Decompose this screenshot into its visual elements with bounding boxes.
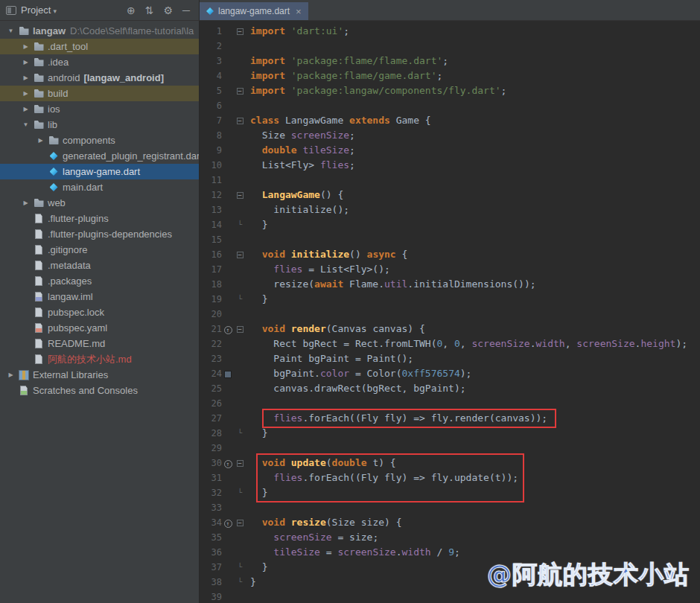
fold-end-icon[interactable]: └	[234, 578, 246, 586]
code-line-20[interactable]: 20	[200, 307, 700, 322]
code-line-12[interactable]: 12− LangawGame() {	[200, 188, 700, 202]
code-line-26[interactable]: 26	[200, 396, 700, 411]
code-line-35[interactable]: 35 screenSize = size;	[200, 530, 700, 545]
code-line-15[interactable]: 15	[200, 232, 700, 247]
collapse-arrow-icon[interactable]: ▶	[19, 59, 32, 66]
tree-item-web[interactable]: ▶web	[0, 195, 199, 211]
tree-item-langaw-root[interactable]: ▼langawD:\Code\Self\flame-tutorial\la	[0, 23, 199, 39]
tree-item-lib[interactable]: ▼lib	[0, 117, 199, 133]
code-line-18[interactable]: 18 resize(await Flame.util.initialDimens…	[200, 277, 700, 292]
hide-panel-icon[interactable]: ─	[182, 5, 190, 16]
fold-end-icon[interactable]: └	[234, 221, 246, 229]
fold-collapse-icon[interactable]: −	[234, 459, 246, 467]
tree-item-ahang-md[interactable]: 阿航的技术小站.md	[0, 351, 199, 367]
code-line-14[interactable]: 14└ }	[200, 217, 700, 232]
code-line-21[interactable]: 21↑− void render(Canvas canvas) {	[200, 322, 700, 336]
settings-gear-icon[interactable]: ⚙	[164, 5, 174, 16]
collapse-arrow-icon[interactable]: ▶	[19, 74, 32, 81]
collapse-arrow-icon[interactable]: ▶	[19, 106, 32, 112]
code-line-19[interactable]: 19└ }	[200, 292, 700, 307]
project-view-dropdown[interactable]: Project▾	[21, 4, 57, 16]
code-line-1[interactable]: 1−import 'dart:ui';	[200, 24, 700, 39]
code-line-24[interactable]: 24 bgPaint.color = Color(0xff576574);	[200, 366, 700, 381]
tree-item-flutter-plugins[interactable]: .flutter-plugins	[0, 211, 199, 226]
code-line-30[interactable]: 30↑− void update(double t) {	[200, 456, 700, 470]
collapse-arrow-icon[interactable]: ▶	[4, 371, 17, 378]
tree-item-dart-tool[interactable]: ▶.dart_tool	[0, 39, 199, 54]
tree-item-gitignore[interactable]: .gitignore	[0, 242, 199, 258]
collapse-arrow-icon[interactable]: ▶	[19, 43, 32, 50]
fold-collapse-icon[interactable]: −	[234, 251, 246, 258]
fold-collapse-icon[interactable]: −	[234, 191, 246, 199]
expand-arrow-icon[interactable]: ▼	[19, 121, 32, 128]
tree-item-langaw-iml[interactable]: langaw.iml	[0, 289, 199, 304]
collapse-arrow-icon[interactable]: ▶	[34, 137, 47, 144]
tree-item-scratches[interactable]: Scratches and Consoles	[0, 383, 199, 398]
code-line-16[interactable]: 16− void initialize() async {	[200, 247, 700, 262]
code-line-27[interactable]: 27 flies.forEach((Fly fly) => fly.render…	[200, 411, 700, 426]
code-line-17[interactable]: 17 flies = List<Fly>();	[200, 262, 700, 277]
code-line-32[interactable]: 32└ }	[200, 485, 700, 500]
tree-item-main-dart[interactable]: main.dart	[0, 179, 199, 195]
yaml-icon	[32, 323, 45, 333]
tree-item-readme[interactable]: README.md	[0, 336, 199, 351]
fold-end-icon[interactable]: └	[234, 489, 246, 497]
tab-close-icon[interactable]: ×	[296, 6, 302, 17]
tree-item-label: 阿航的技术小站.md	[45, 353, 132, 366]
code-line-29[interactable]: 29	[200, 441, 700, 456]
code-line-3[interactable]: 3import 'package:flame/flame.dart';	[200, 54, 700, 68]
collapse-arrow-icon[interactable]: ▶	[19, 200, 32, 206]
collapse-all-icon[interactable]: ⇅	[145, 5, 154, 16]
tree-item-flutter-plugins-dependencies[interactable]: .flutter-plugins-dependencies	[0, 226, 199, 242]
tab-langaw-game-dart[interactable]: langaw-game.dart ×	[200, 2, 308, 20]
fold-collapse-icon[interactable]: −	[234, 87, 246, 95]
code-line-31[interactable]: 31 flies.forEach((Fly fly) => fly.update…	[200, 470, 700, 485]
code-line-36[interactable]: 36 tileSize = screenSize.width / 9;	[200, 545, 700, 560]
tree-item-pubspec-lock[interactable]: pubspec.lock	[0, 304, 199, 320]
tree-item-generated-plugin-registrant[interactable]: generated_plugin_registrant.dart	[0, 148, 199, 164]
code-line-8[interactable]: 8 Size screenSize;	[200, 128, 700, 143]
code-line-7[interactable]: 7−class LangawGame extends Game {	[200, 113, 700, 128]
fold-collapse-icon[interactable]: −	[234, 519, 246, 526]
code-text: }	[250, 560, 267, 575]
tree-item-idea[interactable]: ▶.idea	[0, 54, 199, 70]
locate-file-icon[interactable]: ⊕	[127, 5, 136, 16]
override-method-icon: ↑	[222, 458, 234, 468]
tree-item-external-libraries[interactable]: ▶External Libraries	[0, 367, 199, 383]
folder-icon	[32, 58, 45, 66]
code-line-34[interactable]: 34↑− void resize(Size size) {	[200, 515, 700, 530]
expand-arrow-icon[interactable]: ▼	[4, 28, 17, 34]
code-line-28[interactable]: 28└ }	[200, 426, 700, 441]
fold-end-icon[interactable]: └	[234, 564, 246, 571]
tree-item-android[interactable]: ▶android[langaw_android]	[0, 70, 199, 86]
code-line-4[interactable]: 4import 'package:flame/game.dart';	[200, 68, 700, 83]
code-line-2[interactable]: 2	[200, 39, 700, 54]
code-line-5[interactable]: 5−import 'package:langaw/components/fly.…	[200, 83, 700, 98]
code-text: }	[250, 426, 267, 441]
code-line-11[interactable]: 11	[200, 173, 700, 188]
code-line-9[interactable]: 9 double tileSize;	[200, 143, 700, 158]
code-line-33[interactable]: 33	[200, 500, 700, 515]
code-line-10[interactable]: 10 List<Fly> flies;	[200, 158, 700, 173]
tree-item-ios[interactable]: ▶ios	[0, 101, 199, 117]
fold-end-icon[interactable]: └	[234, 296, 246, 303]
fold-end-icon[interactable]: └	[234, 430, 246, 437]
tree-item-pubspec-yaml[interactable]: pubspec.yaml	[0, 320, 199, 336]
tree-item-build[interactable]: ▶build	[0, 86, 199, 101]
code-line-23[interactable]: 23 Paint bgPaint = Paint();	[200, 351, 700, 366]
tree-item-langaw-game-dart[interactable]: langaw-game.dart	[0, 164, 199, 179]
tree-item-metadata[interactable]: .metadata	[0, 258, 199, 273]
fold-collapse-icon[interactable]: −	[234, 28, 246, 35]
tree-item-packages[interactable]: .packages	[0, 273, 199, 289]
code-editor[interactable]: 1−import 'dart:ui';23import 'package:fla…	[200, 21, 700, 603]
code-line-13[interactable]: 13 initialize();	[200, 202, 700, 217]
code-line-25[interactable]: 25 canvas.drawRect(bgRect, bgPaint);	[200, 381, 700, 396]
line-number: 32	[200, 485, 222, 500]
tree-item-components[interactable]: ▶components	[0, 133, 199, 148]
fold-collapse-icon[interactable]: −	[234, 325, 246, 333]
line-number: 16	[200, 247, 222, 262]
code-line-22[interactable]: 22 Rect bgRect = Rect.fromLTWH(0, 0, scr…	[200, 336, 700, 351]
collapse-arrow-icon[interactable]: ▶	[19, 90, 32, 97]
fold-collapse-icon[interactable]: −	[234, 117, 246, 124]
code-line-6[interactable]: 6	[200, 98, 700, 113]
